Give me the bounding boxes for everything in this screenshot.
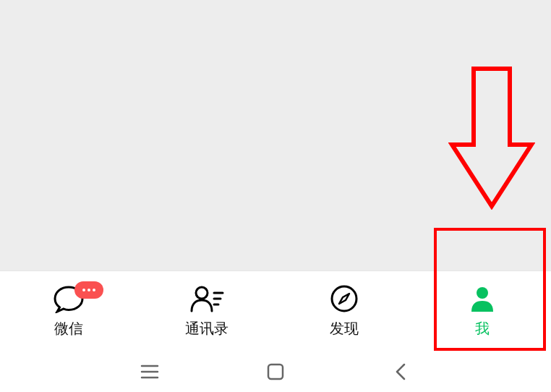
tab-me[interactable]: 我: [414, 271, 552, 351]
tab-me-label: 我: [475, 319, 490, 338]
nav-back-button[interactable]: [388, 359, 414, 385]
content-area: [0, 0, 551, 270]
nav-menu-button[interactable]: [137, 359, 163, 385]
svg-point-5: [477, 287, 488, 299]
compass-icon: [330, 284, 359, 313]
tab-chat-label: 微信: [54, 319, 83, 338]
tab-discover[interactable]: 发现: [276, 271, 414, 351]
tab-contacts[interactable]: 通讯录: [138, 271, 276, 351]
badge-dots: [74, 281, 103, 299]
contact-icon: [189, 284, 225, 313]
tab-contacts-label: 通讯录: [185, 319, 228, 338]
svg-point-4: [332, 286, 356, 311]
tab-discover-label: 发现: [330, 319, 359, 338]
svg-point-0: [196, 287, 208, 299]
chat-icon: [53, 284, 85, 313]
svg-rect-9: [268, 365, 283, 379]
person-icon: [468, 284, 497, 313]
bottom-tab-bar: 微信 通讯录 发现 我: [0, 270, 551, 351]
tab-chat[interactable]: 微信: [0, 271, 138, 351]
nav-home-button[interactable]: [262, 359, 289, 385]
system-nav-bar: [0, 351, 551, 392]
